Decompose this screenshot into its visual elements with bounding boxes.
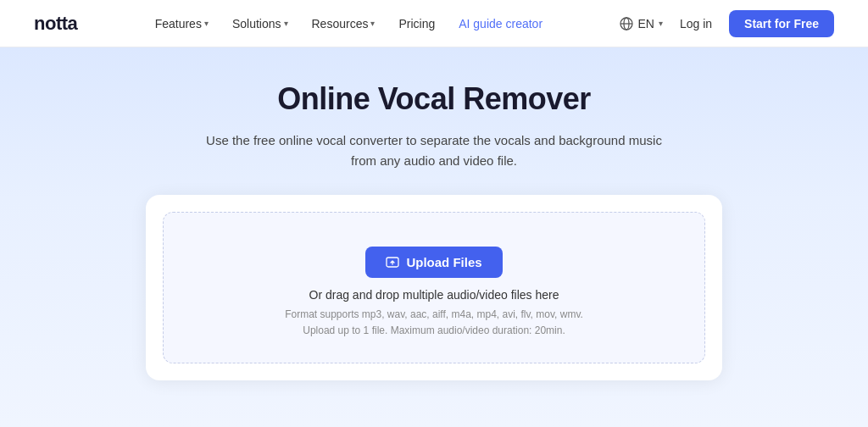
drag-drop-text: Or drag and drop multiple audio/video fi… <box>309 288 559 302</box>
nav-resources[interactable]: Resources ▾ <box>312 17 376 30</box>
start-free-button[interactable]: Start for Free <box>729 10 834 37</box>
nav-pricing[interactable]: Pricing <box>398 17 435 30</box>
upload-icon <box>386 256 399 269</box>
format-info: Format supports mp3, wav, aac, aiff, m4a… <box>285 307 583 339</box>
nav-right: EN ▾ Log in Start for Free <box>620 10 834 37</box>
upload-files-button[interactable]: Upload Files <box>365 247 502 278</box>
navbar: notta Features ▾ Solutions ▾ Resources ▾… <box>0 0 868 47</box>
main-content: Online Vocal Remover Use the free online… <box>0 47 868 427</box>
chevron-down-icon: ▾ <box>284 19 288 28</box>
nav-solutions[interactable]: Solutions ▾ <box>232 17 288 30</box>
logo[interactable]: notta <box>34 13 77 35</box>
globe-icon <box>620 17 633 30</box>
nav-links: Features ▾ Solutions ▾ Resources ▾ Prici… <box>155 17 542 30</box>
chevron-down-icon: ▾ <box>370 19 375 28</box>
language-selector[interactable]: EN ▾ <box>620 17 662 30</box>
upload-card: Upload Files Or drag and drop multiple a… <box>146 195 722 380</box>
upload-dropzone[interactable]: Upload Files Or drag and drop multiple a… <box>163 212 705 363</box>
login-button[interactable]: Log in <box>680 17 712 30</box>
page-title: Online Vocal Remover <box>277 81 590 117</box>
chevron-down-icon: ▾ <box>204 19 209 28</box>
chevron-down-icon: ▾ <box>659 19 663 28</box>
nav-ai-guide[interactable]: AI guide creator <box>459 17 542 30</box>
hero-subtitle: Use the free online vocal converter to s… <box>197 130 671 171</box>
nav-features[interactable]: Features ▾ <box>155 17 209 30</box>
